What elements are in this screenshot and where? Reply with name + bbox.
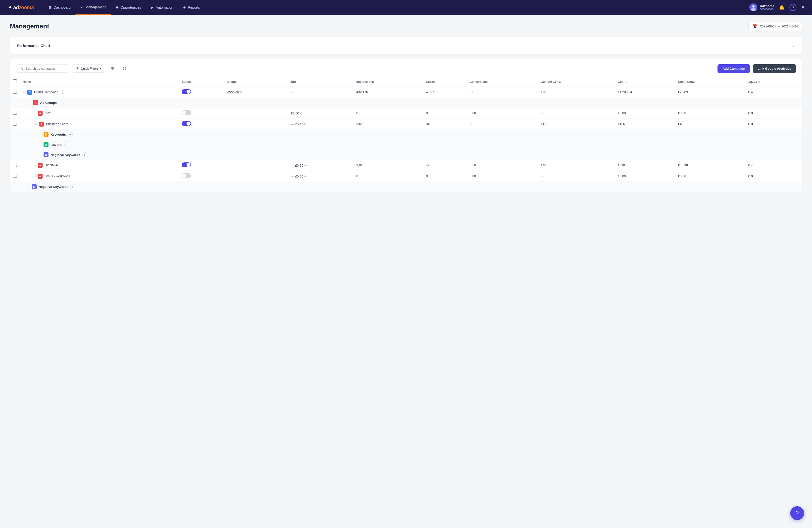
edit-icon[interactable]: ✏ <box>300 111 303 115</box>
cost-cell: £590 <box>615 160 675 171</box>
link-analytics-button[interactable]: Link Google Analytics <box>753 64 796 73</box>
table-row: › A UK SMBs — £0.25 ✏ <box>10 160 802 171</box>
status-toggle[interactable] <box>182 121 191 126</box>
expand-button[interactable]: › <box>29 185 30 188</box>
fab-button[interactable]: ? <box>790 506 804 520</box>
add-advert-button[interactable]: + <box>64 142 69 147</box>
section-name: Ad Groups <box>40 101 57 105</box>
chevron-down-icon[interactable]: ⌄ <box>792 43 795 48</box>
budget-cell <box>224 171 288 182</box>
badge-ad-group: A <box>39 122 44 126</box>
expand-button[interactable]: › <box>35 164 35 167</box>
clicks-cell: 0 <box>423 171 467 182</box>
status-toggle[interactable] <box>182 89 191 94</box>
row-checkbox[interactable] <box>13 122 17 125</box>
quick-filters-button[interactable]: 👁 Quick Filters ▾ <box>72 64 105 73</box>
section-name: Negative Keywords <box>50 153 80 157</box>
name-cell-neg-keywords: › N Negative Keywords + <box>23 152 799 157</box>
management-table-card: 🔍 👁 Quick Filters ▾ Add Campaign Link Go… <box>10 59 802 192</box>
impressions-cell: 432,176 <box>353 87 423 97</box>
status-toggle[interactable] <box>182 162 191 167</box>
badge-ad-group: A <box>38 174 43 179</box>
add-neg-keyword-button[interactable]: + <box>70 184 75 189</box>
avg-cost-cell: £0.46 <box>743 87 802 97</box>
th-name: Name <box>20 77 179 87</box>
page-title: Management <box>10 22 49 30</box>
nav-item-management[interactable]: ✦ Management <box>75 0 111 15</box>
cost-per-conv-cell: £0.00 <box>675 171 743 182</box>
svg-rect-6 <box>125 69 126 70</box>
clicks-cell: 346 <box>423 119 467 130</box>
help-icon[interactable]: ? <box>789 4 796 11</box>
th-cost[interactable]: Cost ⌄ <box>615 77 675 87</box>
badge-adverts: A <box>44 142 48 147</box>
edit-icon[interactable]: ✏ <box>304 122 307 126</box>
cost-cell: £0.00 <box>615 171 675 182</box>
search-input[interactable] <box>26 67 65 71</box>
cost-per-conv-cell: £23.89 <box>675 87 743 97</box>
toolbar-right: Add Campaign Link Google Analytics <box>717 64 796 73</box>
nav-item-opportunities[interactable]: ◉ Opportunities <box>111 0 146 15</box>
row-checkbox[interactable] <box>13 163 17 167</box>
notifications-icon[interactable]: 🔔 <box>779 5 785 10</box>
add-ad-group-button[interactable]: + <box>59 100 63 105</box>
status-toggle[interactable] <box>182 110 191 115</box>
th-cost-all-conv: Cost All Conv. <box>538 77 615 87</box>
edit-icon[interactable]: ✏ <box>304 174 307 178</box>
row-checkbox[interactable] <box>13 174 17 178</box>
expand-button[interactable]: › <box>41 143 42 146</box>
badge-keywords: K <box>44 132 48 137</box>
date-range-picker[interactable]: 📅 2021-08-18 → 2021-08-24 <box>749 22 802 31</box>
status-toggle[interactable] <box>182 173 191 178</box>
th-budget: Budget <box>224 77 288 87</box>
expand-button[interactable]: ⌄ <box>29 101 31 104</box>
cost-cell: £1,283.84 <box>615 87 675 97</box>
cost-per-conv-cell: £46 <box>675 119 743 130</box>
user-info: Adzooma 000000000 <box>760 4 774 11</box>
add-keyword-button[interactable]: + <box>68 132 73 137</box>
add-neg-keyword-button[interactable]: + <box>82 152 87 157</box>
cost-all-conv-cell: £42 <box>538 119 615 130</box>
name-cell-keywords: › K Keywords + <box>23 132 799 137</box>
nav-item-dashboard[interactable]: ⊞ Dashboard <box>44 0 76 15</box>
select-all-checkbox[interactable] <box>13 79 17 83</box>
brand-logo[interactable]: ✦ adzooma <box>8 4 34 10</box>
expand-button[interactable]: › <box>35 175 35 178</box>
expand-button[interactable]: ⌄ <box>35 122 37 126</box>
badge-ad-group: A <box>38 163 43 168</box>
expand-button[interactable]: › <box>41 153 42 156</box>
nav-item-automation[interactable]: ▶ Automation <box>146 0 178 15</box>
search-icon: 🔍 <box>19 66 24 71</box>
row-checkbox[interactable] <box>13 111 17 115</box>
row-checkbox[interactable] <box>13 90 17 94</box>
eye-icon: 👁 <box>76 66 79 71</box>
th-status: Status <box>179 77 224 87</box>
expand-button[interactable]: › <box>41 133 42 136</box>
section-name: Negative Keywords <box>39 185 68 188</box>
edit-icon[interactable]: ✏ <box>240 90 243 94</box>
name-cell-neg-keywords-2: › N Negative Keywords + <box>23 184 799 189</box>
nav-item-reports[interactable]: ◈ Reports <box>178 0 205 15</box>
badge-campaign: C <box>27 90 32 95</box>
search-box[interactable]: 🔍 <box>16 64 69 73</box>
filter-icon-button[interactable] <box>108 64 117 73</box>
expand-button[interactable]: › <box>35 111 35 115</box>
performance-chart-title: Performance Chart <box>17 44 50 48</box>
user-menu[interactable]: Adzooma 000000000 <box>750 3 774 11</box>
add-campaign-button[interactable]: Add Campaign <box>717 64 750 73</box>
more-options-button[interactable]: ⋮ <box>60 90 64 94</box>
cost-all-conv-cell: 0 <box>538 108 615 119</box>
bid-dash: — <box>291 90 294 94</box>
date-range-text: 2021-08-18 → 2021-08-24 <box>760 25 798 28</box>
expand-button[interactable]: ⌄ <box>23 90 25 94</box>
clicks-cell: 0 <box>423 108 467 119</box>
chevron-down-icon: ▾ <box>100 67 101 70</box>
impressions-cell: 0 <box>353 108 423 119</box>
badge-ad-group: A <box>38 111 43 116</box>
quick-filters-label: Quick Filters <box>81 67 99 71</box>
bid-cell: — £0.40 ✏ <box>288 119 353 130</box>
hamburger-icon[interactable]: ≡ <box>801 5 804 10</box>
th-bid: Bid <box>288 77 353 87</box>
edit-icon[interactable]: ✏ <box>304 163 307 167</box>
grid-view-button[interactable] <box>120 64 129 73</box>
